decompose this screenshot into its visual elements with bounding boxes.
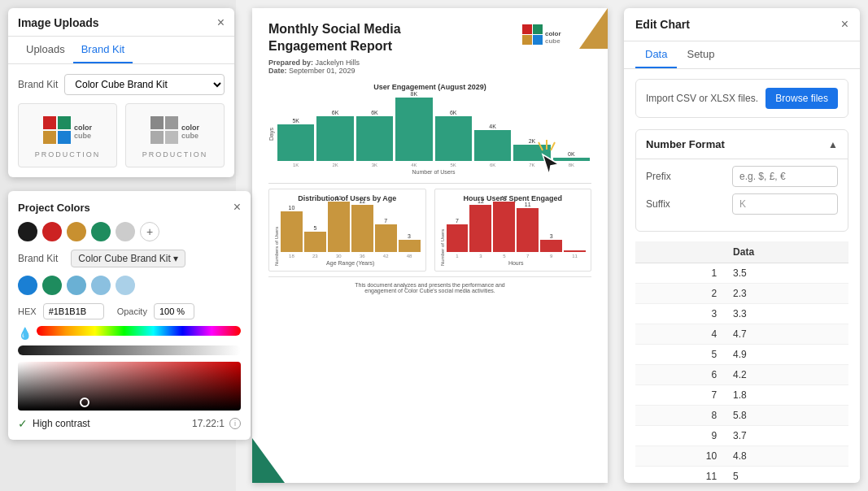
tab-brand-kit[interactable]: Brand Kit (73, 37, 133, 63)
prefix-input[interactable] (732, 166, 838, 187)
brand-kit-select[interactable]: Color Cube Brand Kit (64, 74, 225, 95)
row-val[interactable]: 4.7 (725, 324, 848, 345)
age-bar-value-36 (351, 205, 373, 252)
table-row: 115 (635, 467, 848, 484)
color-picker-handle[interactable] (80, 398, 89, 407)
project-colors-title: Project Colors (18, 202, 90, 214)
age-bar-value-42 (375, 224, 397, 252)
bar-value-5k (435, 116, 472, 161)
slide-footer: This document analyzes and presents the … (268, 276, 591, 293)
tab-setup[interactable]: Setup (677, 41, 724, 68)
data-table-body: 13.5 22.3 33.3 44.7 54.9 64.2 71.8 85.8 … (635, 263, 848, 484)
eyedropper-row: 💧 (18, 326, 241, 341)
row-val[interactable]: 4.9 (725, 345, 848, 365)
row-val[interactable]: 3.7 (725, 426, 848, 446)
row-val[interactable]: 3.3 (725, 304, 848, 324)
bar-5k: 6K 5K (435, 110, 472, 167)
table-row: 13.5 (635, 263, 848, 284)
row-val[interactable]: 4.8 (725, 446, 848, 467)
row-val[interactable]: 5.8 (725, 406, 848, 426)
row-val[interactable]: 2.3 (725, 284, 848, 304)
ec-header: Edit Chart × (624, 8, 860, 41)
hours-y-label: Number of Users (440, 206, 445, 266)
edit-chart-close-button[interactable]: × (841, 18, 848, 31)
svg-rect-7 (150, 131, 164, 144)
brand-kit-row: Brand Kit Color Cube Brand Kit (18, 74, 225, 95)
prefix-label: Prefix (646, 171, 671, 182)
tab-uploads[interactable]: Uploads (18, 37, 73, 63)
svg-rect-15 (533, 35, 543, 45)
contrast-info-icon[interactable]: i (229, 418, 241, 429)
small-charts-row: Distribution of Users by Age Numbers of … (268, 189, 591, 272)
row-num: 11 (635, 467, 725, 484)
hue-slider[interactable] (37, 326, 241, 336)
hours-bar-value-7 (517, 208, 539, 252)
swatch-lighter-blue[interactable] (91, 276, 111, 295)
image-uploads-close-button[interactable]: × (217, 16, 225, 29)
swatch-green[interactable] (91, 222, 111, 241)
hex-input[interactable] (43, 303, 104, 319)
row-num: 1 (635, 263, 725, 284)
logo-label-production-color: PRODUCTION (35, 150, 101, 159)
swatch-green2[interactable] (42, 276, 62, 295)
add-swatch-button[interactable]: + (140, 222, 159, 241)
suffix-input[interactable] (732, 193, 838, 215)
contrast-label: High contrast (33, 418, 187, 429)
colorcube-logo-color-svg: color cube (39, 112, 96, 149)
hours-bars: 7 1 12 3 17 (447, 206, 587, 259)
swatch-light-blue[interactable] (67, 276, 86, 295)
swatch-blue[interactable] (18, 276, 37, 295)
eyedropper-icon[interactable]: 💧 (18, 327, 32, 340)
opacity-input[interactable] (154, 303, 194, 319)
hex-row: HEX Opacity (18, 303, 241, 319)
logo-card-color: color cube PRODUCTION (18, 103, 117, 167)
hours-bar-value-9 (540, 240, 562, 252)
color-swatches: + (18, 222, 241, 241)
svg-marker-21 (543, 154, 559, 175)
swatch-red[interactable] (42, 222, 62, 241)
logo-gray-container: color cube PRODUCTION (142, 112, 208, 159)
svg-rect-9 (165, 131, 178, 144)
col-num-header (635, 241, 725, 263)
hours-bar-1: 7 1 (447, 218, 469, 259)
swatch-gold[interactable] (67, 222, 86, 241)
age-bar-value-23 (304, 232, 326, 252)
divider (268, 183, 591, 184)
ec-tabs: Data Setup (624, 41, 860, 69)
hours-x-label: Hours (447, 260, 587, 266)
panel-tabs: Uploads Brand Kit (8, 37, 234, 64)
row-val[interactable]: 1.8 (725, 385, 848, 406)
tab-data[interactable]: Data (635, 41, 677, 68)
color-picker-box[interactable] (18, 362, 241, 411)
row-val[interactable]: 4.2 (725, 365, 848, 385)
prepared-by-label: Prepared by: (268, 59, 313, 67)
hex-label: HEX (18, 306, 37, 316)
hours-bar-11: 11 (564, 250, 586, 259)
hours-bar-5: 17 5 (493, 195, 515, 259)
row-val[interactable]: 5 (725, 467, 848, 484)
browse-files-button[interactable]: Browse files (765, 88, 838, 109)
image-uploads-panel: Image Uploads × Uploads Brand Kit Brand … (8, 8, 234, 177)
hours-bar-7: 11 7 (517, 202, 539, 259)
nf-title: Number Format (646, 138, 725, 150)
project-colors-close-button[interactable]: × (233, 201, 241, 214)
brand-kit-row2: Brand Kit Color Cube Brand Kit ▾ (18, 250, 241, 267)
row-num: 4 (635, 324, 725, 345)
age-bar-23: 5 23 (304, 225, 326, 259)
bar-1k: 5K 1K (277, 118, 314, 167)
gold-triangle-decoration (579, 8, 608, 49)
y-axis-label-main: Days (268, 94, 274, 175)
swatch-black[interactable] (18, 222, 37, 241)
slide-title-area: Monthly Social MediaEngagement Report Pr… (268, 21, 401, 83)
svg-rect-0 (43, 116, 56, 129)
swatch-gray[interactable] (116, 222, 135, 241)
age-chart-inner: Numbers of Users 10 18 5 (274, 206, 421, 266)
brand-kit-badge[interactable]: Color Cube Brand Kit ▾ (71, 250, 185, 267)
row-val[interactable]: 3.5 (725, 263, 848, 284)
logo-color-container: color cube PRODUCTION (35, 112, 101, 159)
swatch-lightest-blue[interactable] (116, 276, 135, 295)
bar-value-3k (356, 116, 393, 161)
nf-header[interactable]: Number Format ▲ (636, 130, 848, 159)
lightness-slider[interactable] (18, 345, 241, 355)
brand-kit-swatches (18, 276, 241, 295)
